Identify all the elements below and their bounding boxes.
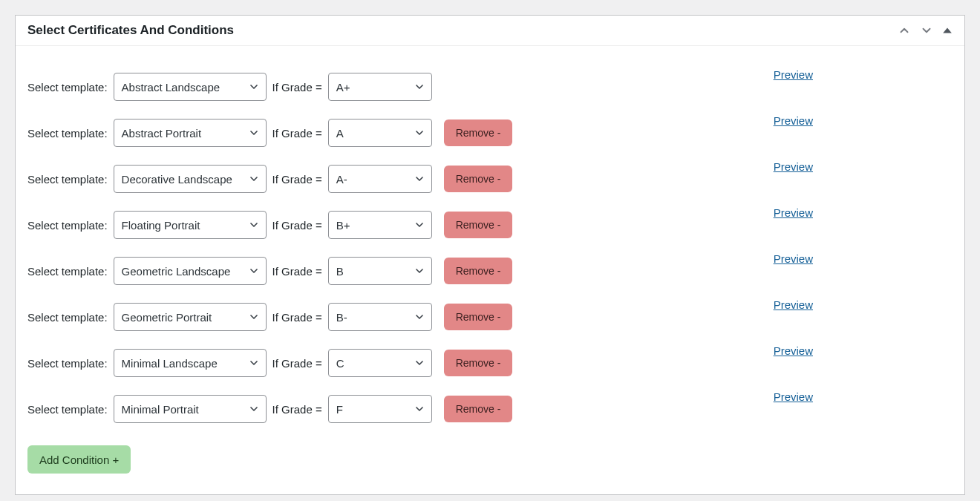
if-grade-label: If Grade = xyxy=(272,403,322,416)
if-grade-label: If Grade = xyxy=(272,265,322,278)
grade-select[interactable]: C xyxy=(328,349,432,377)
panel-title: Select Certificates And Conditions xyxy=(27,23,234,38)
chevron-down-icon xyxy=(414,265,425,277)
if-grade-label: If Grade = xyxy=(272,311,322,324)
condition-row: Select template:Geometric LandscapeIf Gr… xyxy=(27,257,953,285)
preview-link[interactable]: Preview xyxy=(774,390,813,403)
grade-select-value: B+ xyxy=(336,219,350,232)
template-select-value: Abstract Landscape xyxy=(122,81,220,94)
condition-row: Select template:Abstract LandscapeIf Gra… xyxy=(27,73,953,101)
grade-select[interactable]: A xyxy=(328,119,432,147)
grade-select-value: A xyxy=(336,127,344,140)
template-select-value: Minimal Landscape xyxy=(122,357,218,370)
template-select-value: Floating Portrait xyxy=(122,219,200,232)
chevron-down-icon xyxy=(248,81,260,93)
if-grade-label: If Grade = xyxy=(272,357,322,370)
move-up-icon[interactable] xyxy=(898,24,911,37)
template-select-value: Geometric Portrait xyxy=(122,311,212,324)
add-condition-button[interactable]: Add Condition + xyxy=(27,445,131,474)
grade-select-value: F xyxy=(336,403,343,416)
template-select-value: Minimal Portrait xyxy=(122,403,199,416)
select-template-label: Select template: xyxy=(27,311,108,324)
select-template-label: Select template: xyxy=(27,265,108,278)
template-select[interactable]: Minimal Portrait xyxy=(114,395,267,423)
certificates-panel: Select Certificates And Conditions Selec… xyxy=(15,15,965,495)
remove-button[interactable]: Remove - xyxy=(444,350,513,376)
template-select[interactable]: Decorative Landscape xyxy=(114,165,267,193)
template-select[interactable]: Floating Portrait xyxy=(114,211,267,239)
template-select[interactable]: Abstract Portrait xyxy=(114,119,267,147)
panel-body: Select template:Abstract LandscapeIf Gra… xyxy=(16,46,964,494)
chevron-down-icon xyxy=(414,219,425,231)
template-select[interactable]: Geometric Landscape xyxy=(114,257,267,285)
remove-button[interactable]: Remove - xyxy=(444,119,513,146)
chevron-down-icon xyxy=(414,311,425,323)
chevron-down-icon xyxy=(414,127,425,139)
remove-button[interactable]: Remove - xyxy=(444,396,513,422)
grade-select-value: C xyxy=(336,357,344,370)
chevron-down-icon xyxy=(414,81,425,93)
grade-select-value: A- xyxy=(336,173,347,186)
chevron-down-icon xyxy=(414,403,425,415)
select-template-label: Select template: xyxy=(27,403,108,416)
preview-link[interactable]: Preview xyxy=(774,160,813,173)
panel-header: Select Certificates And Conditions xyxy=(16,16,964,46)
remove-button[interactable]: Remove - xyxy=(444,212,513,238)
if-grade-label: If Grade = xyxy=(272,219,322,232)
grade-select[interactable]: F xyxy=(328,395,432,423)
grade-select[interactable]: B+ xyxy=(328,211,432,239)
condition-row: Select template:Minimal LandscapeIf Grad… xyxy=(27,349,953,377)
panel-controls xyxy=(898,24,953,37)
chevron-down-icon xyxy=(248,403,260,415)
chevron-down-icon xyxy=(248,127,260,139)
grade-select[interactable]: B- xyxy=(328,303,432,331)
chevron-down-icon xyxy=(414,357,425,369)
chevron-down-icon xyxy=(248,357,260,369)
chevron-down-icon xyxy=(248,311,260,323)
grade-select-value: B- xyxy=(336,311,347,324)
chevron-down-icon xyxy=(248,265,260,277)
condition-row: Select template:Decorative LandscapeIf G… xyxy=(27,165,953,193)
condition-row: Select template:Minimal PortraitIf Grade… xyxy=(27,395,953,423)
select-template-label: Select template: xyxy=(27,173,108,186)
chevron-down-icon xyxy=(248,219,260,231)
preview-link[interactable]: Preview xyxy=(774,68,813,81)
template-select[interactable]: Minimal Landscape xyxy=(114,349,267,377)
chevron-down-icon xyxy=(248,173,260,185)
svg-marker-0 xyxy=(943,28,952,33)
move-down-icon[interactable] xyxy=(920,24,933,37)
remove-button[interactable]: Remove - xyxy=(444,258,513,284)
template-select-value: Decorative Landscape xyxy=(122,173,232,186)
select-template-label: Select template: xyxy=(27,127,108,140)
preview-link[interactable]: Preview xyxy=(774,344,813,357)
preview-link[interactable]: Preview xyxy=(774,252,813,265)
select-template-label: Select template: xyxy=(27,219,108,232)
template-select[interactable]: Geometric Portrait xyxy=(114,303,267,331)
grade-select-value: B xyxy=(336,265,344,278)
grade-select-value: A+ xyxy=(336,81,350,94)
preview-link[interactable]: Preview xyxy=(774,298,813,311)
if-grade-label: If Grade = xyxy=(272,173,322,186)
grade-select[interactable]: A+ xyxy=(328,73,432,101)
template-select-value: Geometric Landscape xyxy=(122,265,231,278)
select-template-label: Select template: xyxy=(27,81,108,94)
grade-select[interactable]: A- xyxy=(328,165,432,193)
preview-link[interactable]: Preview xyxy=(774,114,813,127)
condition-row: Select template:Geometric PortraitIf Gra… xyxy=(27,303,953,331)
template-select[interactable]: Abstract Landscape xyxy=(114,73,267,101)
remove-button[interactable]: Remove - xyxy=(444,304,513,330)
collapse-toggle-icon[interactable] xyxy=(942,25,953,36)
if-grade-label: If Grade = xyxy=(272,81,322,94)
condition-row: Select template:Abstract PortraitIf Grad… xyxy=(27,119,953,147)
select-template-label: Select template: xyxy=(27,357,108,370)
condition-row: Select template:Floating PortraitIf Grad… xyxy=(27,211,953,239)
remove-button[interactable]: Remove - xyxy=(444,166,513,192)
grade-select[interactable]: B xyxy=(328,257,432,285)
chevron-down-icon xyxy=(414,173,425,185)
template-select-value: Abstract Portrait xyxy=(122,127,202,140)
if-grade-label: If Grade = xyxy=(272,127,322,140)
preview-link[interactable]: Preview xyxy=(774,206,813,219)
